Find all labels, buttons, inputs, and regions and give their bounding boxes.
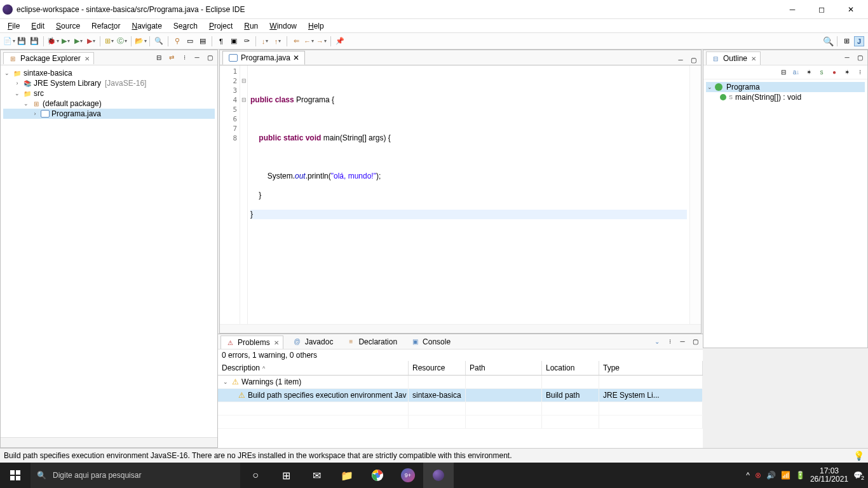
view-menu-icon[interactable]: ⁝	[665, 337, 675, 347]
start-button[interactable]	[0, 463, 31, 488]
expand-icon[interactable]: ⌄	[3, 70, 11, 76]
ext-tools-icon[interactable]: ▶▾	[86, 36, 96, 46]
expand-icon[interactable]: ⌄	[222, 379, 229, 385]
minimize-view-icon[interactable]: ─	[675, 55, 686, 65]
tip-icon[interactable]: 💡	[853, 451, 864, 461]
eclipse-taskbar-icon[interactable]	[423, 463, 454, 488]
col-path[interactable]: Path	[466, 361, 542, 375]
line-gutter[interactable]: 1 2 3 4 5 6 7 8	[220, 65, 240, 324]
view-menu-icon[interactable]: ⁝	[855, 67, 865, 77]
battery-icon[interactable]: 🔋	[796, 471, 805, 480]
outline-method[interactable]: S main(String[]) : void	[706, 92, 865, 102]
menu-source[interactable]: Source	[51, 20, 85, 32]
package-explorer-tab[interactable]: ⊞ Package Explorer ✕	[3, 52, 94, 64]
code-editor[interactable]: 1 2 3 4 5 6 7 8 ⊟⊟ public class Programa…	[220, 65, 701, 324]
app-icon[interactable]: 9+	[393, 463, 423, 488]
toggle-mark-icon[interactable]: ⚲	[172, 36, 182, 46]
search-icon[interactable]: 🔍	[154, 36, 164, 46]
hide-nonpublic-icon[interactable]: ●	[829, 67, 839, 77]
notifications-icon[interactable]: 💬2	[853, 471, 863, 480]
explorer-icon[interactable]: 📁	[332, 463, 362, 488]
maximize-view-icon[interactable]: ▢	[690, 337, 700, 347]
menu-edit[interactable]: Edit	[26, 20, 50, 32]
close-icon[interactable]: ✕	[85, 55, 90, 62]
open-type-icon[interactable]: 📂▾	[135, 36, 146, 46]
tab-javadoc[interactable]: @ Javadoc	[288, 336, 337, 348]
tab-declaration[interactable]: ≡ Declaration	[342, 336, 401, 348]
maximize-view-icon[interactable]: ▢	[688, 55, 698, 65]
new-class-icon[interactable]: Ⓒ▾	[117, 36, 127, 46]
toggle-block-icon[interactable]: ▭	[185, 36, 195, 46]
security-icon[interactable]: ⊗	[755, 471, 761, 480]
col-location[interactable]: Location	[542, 361, 599, 375]
pin-editor-icon[interactable]: 📌	[335, 36, 345, 46]
menu-help[interactable]: Help	[303, 20, 329, 32]
cortana-icon[interactable]: ○	[240, 463, 271, 488]
link-editor-icon[interactable]: ⇄	[166, 53, 177, 63]
horizontal-scrollbar[interactable]	[220, 324, 701, 333]
collapse-all-icon[interactable]: ⊟	[154, 53, 164, 63]
back-icon[interactable]: ←▾	[304, 36, 314, 46]
overview-ruler[interactable]	[689, 65, 701, 324]
tab-console[interactable]: ▣ Console	[406, 336, 454, 348]
outline-class[interactable]: ⌄ Programa	[706, 82, 865, 92]
rect-icon[interactable]: ▣	[229, 36, 239, 46]
expand-icon[interactable]: ⌄	[13, 90, 21, 97]
expand-icon[interactable]: ›	[31, 111, 39, 117]
pin-icon[interactable]: ¶	[216, 36, 226, 46]
maximize-view-icon[interactable]: ▢	[855, 53, 865, 63]
focus-icon[interactable]: ⊟	[778, 67, 789, 77]
coverage-icon[interactable]: ▶▾	[73, 36, 83, 46]
tree-project[interactable]: ⌄ 📁 sintaxe-basica	[3, 68, 215, 78]
new-icon[interactable]: 📄▾	[4, 36, 14, 46]
wifi-icon[interactable]: 📶	[781, 471, 790, 480]
minimize-view-icon[interactable]: ─	[842, 53, 852, 63]
close-icon[interactable]: ✕	[751, 55, 756, 62]
new-package-icon[interactable]: ⊞▾	[104, 36, 114, 46]
menu-search[interactable]: Search	[168, 20, 203, 32]
back-last-icon[interactable]: ⇐	[291, 36, 301, 46]
menu-run[interactable]: Run	[239, 20, 263, 32]
quick-access-icon[interactable]: 🔍	[823, 36, 833, 46]
fwd-icon[interactable]: →▾	[316, 36, 327, 46]
minimize-view-icon[interactable]: ─	[192, 53, 202, 63]
chrome-icon[interactable]	[362, 463, 393, 488]
close-icon[interactable]: ✕	[274, 339, 279, 346]
prev-annot-icon[interactable]: ↑▾	[273, 36, 283, 46]
hide-static-icon[interactable]: s	[817, 67, 827, 77]
menu-navigate[interactable]: Navigate	[126, 20, 166, 32]
tree-src[interactable]: ⌄ 📁 src	[3, 88, 215, 98]
minimize-view-icon[interactable]: ─	[677, 337, 688, 347]
maximize-view-icon[interactable]: ▢	[205, 53, 215, 63]
hide-local-icon[interactable]: ✶	[842, 67, 852, 77]
menu-window[interactable]: Window	[264, 20, 302, 32]
open-perspective-icon[interactable]: ⊞	[841, 36, 851, 46]
table-row[interactable]: ⚠ Build path specifies execution environ…	[218, 389, 703, 402]
fold-gutter[interactable]: ⊟⊟	[240, 65, 248, 324]
taskbar-search[interactable]: 🔍 Digite aqui para pesquisar	[31, 463, 240, 488]
save-all-icon[interactable]: 💾	[29, 36, 39, 46]
toggle-ws-icon[interactable]: ▤	[198, 36, 208, 46]
run-icon[interactable]: ▶▾	[60, 36, 71, 46]
tree-jre[interactable]: › 📚 JRE System Library [JavaSE-16]	[3, 78, 215, 88]
outline-tree[interactable]: ⌄ Programa S main(String[]) : void	[703, 79, 867, 348]
editor-tab[interactable]: Programa.java ✕	[222, 51, 305, 65]
debug-icon[interactable]: 🐞▾	[48, 36, 58, 46]
hide-fields-icon[interactable]: ✶	[804, 67, 814, 77]
java-perspective-icon[interactable]: J	[854, 36, 864, 46]
task-view-icon[interactable]: ⊞	[271, 463, 301, 488]
taskbar-clock[interactable]: 17:03 26/11/2021	[810, 467, 848, 484]
menu-refactor[interactable]: Refactor	[86, 20, 125, 32]
tree-file[interactable]: › Programa.java	[3, 109, 215, 119]
next-annot-icon[interactable]: ↓▾	[260, 36, 270, 46]
view-menu-icon[interactable]: ⁝	[179, 53, 189, 63]
expand-icon[interactable]: ⌄	[22, 100, 30, 107]
col-type[interactable]: Type	[599, 361, 703, 375]
maximize-button[interactable]: ◻	[807, 0, 836, 19]
save-icon[interactable]: 💾	[17, 36, 27, 46]
close-button[interactable]: ✕	[836, 0, 865, 19]
horizontal-scrollbar[interactable]	[1, 437, 217, 447]
mail-icon[interactable]: ✉	[301, 463, 332, 488]
tray-chevron-icon[interactable]: ^	[746, 471, 750, 480]
annot-icon[interactable]: ✑	[241, 36, 252, 46]
